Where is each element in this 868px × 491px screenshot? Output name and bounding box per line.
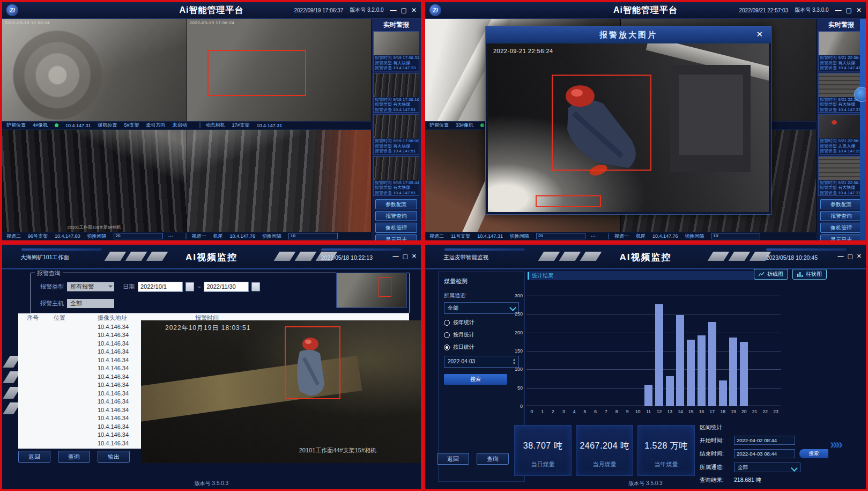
stat-mode-radio[interactable]: 按年统计 (444, 319, 519, 326)
radio-icon[interactable] (444, 320, 450, 326)
param-config-button[interactable]: 参数配置 (375, 199, 417, 209)
stat-mode-radio[interactable]: 按日统计 (444, 343, 519, 351)
camera-grid: 2022-09-19 17:06:24 2022-09-19 17:06:24 … (2, 19, 372, 240)
maximize-icon[interactable]: ▢ (402, 253, 407, 260)
chart-bar[interactable] (687, 340, 695, 406)
alarm-host-select[interactable]: 全部 (67, 299, 114, 308)
minimize-icon[interactable]: — (837, 253, 843, 260)
titlebar[interactable]: Zi Ai智能管理平台 2022/09/19 17:06:37 版本号 3.2.… (2, 2, 421, 19)
alert-thumbnail[interactable] (374, 115, 419, 138)
window-video-monitor-coal-stats: 主运皮带智能监视 AI视频监控 2023/05/18 10:20:45 — ▢ … (423, 243, 868, 491)
chart-bar[interactable] (719, 380, 727, 406)
alert-thumbnail[interactable] (374, 32, 419, 55)
show-log-button[interactable]: 显示日志 (375, 234, 417, 240)
back-button[interactable]: 返回 (437, 453, 469, 465)
end-time-input[interactable]: 2022-04-03 08:44 (734, 449, 795, 458)
camera-feed-tunnel-2[interactable] (187, 130, 372, 232)
minimize-icon[interactable]: — (835, 6, 842, 14)
alarm-query-button[interactable]: 报警查询 (375, 211, 417, 221)
titlebar[interactable]: Zi Ai智能管理平台 2022/09/21 22:57:03 版本号 3.3.… (425, 2, 866, 19)
chart-bar[interactable] (644, 385, 652, 406)
query-button[interactable]: 查询 (58, 451, 90, 463)
param-config-button[interactable]: 参数配置 (820, 199, 862, 209)
chart-bar[interactable] (666, 376, 674, 406)
line-chart-button[interactable]: 折线图 (754, 269, 788, 280)
channel-status-bar: 视道二11号支架10.4.147.31切换间隔20⋯视道一机尾10.4.147.… (425, 232, 817, 240)
camera-feed-tunnel-1[interactable]: 20101工作面108支架6#相机 (2, 130, 187, 232)
x-axis-tick: 20 (741, 409, 746, 414)
chart-bar[interactable] (708, 322, 716, 406)
alert-card[interactable]: 报警时间 9/19 17:06:31报警类型 有大块煤报警设备 10.4.147… (373, 31, 419, 71)
camera-manage-button[interactable]: 像机管理 (820, 223, 862, 233)
close-icon[interactable]: ✕ (857, 253, 862, 260)
chart-bar[interactable] (655, 304, 663, 406)
stat-mode-radio[interactable]: 按月统计 (444, 331, 519, 339)
dialog-titlebar[interactable]: 报警放大图片 ✕ (486, 26, 771, 43)
interval-input[interactable]: 10 (711, 233, 760, 239)
more-button[interactable]: ⋯ (168, 233, 173, 239)
chevron-decoration: »» (830, 437, 841, 452)
alert-card[interactable]: 报警时间 9/19 17:06:16报警类型 有大块煤报警设备 10.4.147… (373, 73, 419, 113)
chart-bar[interactable] (729, 338, 737, 406)
close-icon[interactable]: ✕ (856, 6, 862, 14)
interval-input[interactable]: 20 (114, 233, 163, 239)
channel-select[interactable]: 全部 (444, 302, 519, 314)
alarm-video-player[interactable]: 2022年10月19日 18:03:51 20101工作面44#支架15#相机 (141, 320, 422, 463)
alarm-preview-thumbnail[interactable] (336, 273, 407, 308)
alert-thumbnail[interactable] (819, 157, 864, 180)
alert-card[interactable]: 报警时间 9/21 22:56:15报警类型 有大块煤报警设备 10.4.147… (818, 156, 864, 196)
back-button[interactable]: 返回 (18, 451, 50, 463)
alert-thumbnail[interactable] (819, 115, 864, 138)
export-button[interactable]: 输出 (98, 451, 130, 463)
alert-time-label: 报警时间 (820, 97, 837, 102)
spinner-arrows-icon[interactable]: ▲▼ (513, 358, 516, 365)
close-icon[interactable]: ✕ (756, 30, 765, 38)
radio-icon[interactable] (444, 332, 450, 338)
maximize-icon[interactable]: ▢ (847, 253, 852, 260)
status-item: 10.4.147.76 (652, 233, 678, 239)
calendar-icon[interactable] (251, 282, 260, 291)
alarm-query-button[interactable]: 报警查询 (820, 211, 862, 221)
alarm-type-select[interactable]: 所有报警 (67, 282, 114, 291)
chart-bar[interactable] (698, 335, 706, 406)
maximize-icon[interactable]: ▢ (846, 6, 852, 14)
interval-input[interactable]: 10 (288, 233, 338, 239)
alert-card[interactable]: 报警时间 9/21 22:56:25报警类型 人员入侵报警设备 10.4.147… (818, 114, 864, 155)
y-axis-tick: 250 (515, 311, 523, 317)
minimize-icon[interactable]: — (392, 253, 398, 260)
alert-card[interactable]: 报警时间 9/19 17:06:00报警类型 有大块煤报警设备 10.4.147… (373, 114, 419, 155)
camera-manage-button[interactable]: 像机管理 (375, 223, 417, 233)
alert-thumbnail[interactable] (374, 74, 419, 97)
range-search-button[interactable]: 搜索 (799, 449, 828, 458)
interval-input[interactable]: 20 (536, 233, 585, 239)
query-button[interactable]: 查询 (477, 453, 509, 465)
radio-icon[interactable] (444, 345, 450, 350)
close-icon[interactable]: ✕ (411, 6, 417, 14)
close-icon[interactable]: ✕ (412, 253, 417, 260)
camera-feed-shearer[interactable]: 2022-09-19 17:06:24 (2, 19, 187, 121)
start-time-input[interactable]: 2022-04-02 08:44 (734, 436, 795, 445)
more-button[interactable]: ⋯ (591, 233, 596, 239)
maximize-icon[interactable]: ▢ (401, 6, 407, 14)
y-axis-tick: 100 (515, 367, 523, 372)
alert-card[interactable]: 报警时间 9/21 22:56:47报警类型 有大块煤报警设备 10.4.147… (818, 31, 864, 71)
calendar-icon[interactable] (186, 282, 194, 291)
bar-chart-button[interactable]: 柱状图 (792, 269, 827, 280)
panel-handle-icon[interactable] (854, 87, 868, 102)
alert-card[interactable]: 报警时间 9/19 17:05:44报警类型 有大块煤报警设备 10.4.147… (373, 156, 419, 196)
search-button[interactable]: 搜索 (444, 374, 507, 385)
panel-handle-strip[interactable] (860, 19, 866, 240)
chart-bar[interactable] (676, 315, 684, 406)
chart-bar[interactable] (740, 342, 748, 406)
date-from-input[interactable]: 2022/10/1 (138, 282, 183, 292)
stat-date-spinner[interactable]: 2022-04-03 ▲▼ (444, 356, 519, 368)
date-to-input[interactable]: 2022/11/30 (204, 282, 249, 292)
alert-thumbnail[interactable] (374, 157, 419, 180)
camera-feed-roof[interactable]: 2022-09-19 17:06:24 (187, 19, 372, 121)
alert-thumbnail[interactable] (819, 32, 864, 55)
minimize-icon[interactable]: — (390, 6, 397, 14)
alert-time: 报警时间 9/19 17:06:16 (374, 97, 419, 102)
stat-label: 当日煤量 (531, 460, 555, 468)
show-log-button[interactable]: 显示日志 (820, 234, 862, 240)
range-channel-select[interactable]: 全部 (734, 463, 800, 472)
